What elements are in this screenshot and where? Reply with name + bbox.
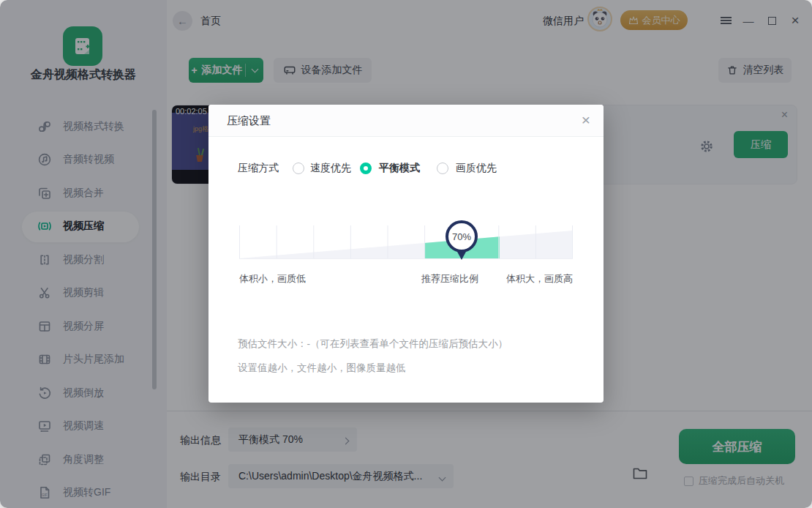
slider-marker[interactable]: 70% (446, 220, 478, 253)
estimate-size-text: 预估文件大小：-（可在列表查看单个文件的压缩后预估大小） (238, 337, 508, 351)
compression-settings-dialog: 压缩设置 × 压缩方式 速度优先 平衡模式 画质优先 70% 体积小，画质低 推… (208, 105, 604, 403)
radio-quality-priority-label[interactable]: 画质优先 (456, 162, 497, 175)
slider-right-label: 体积大，画质高 (506, 272, 573, 285)
dialog-close-icon[interactable]: × (582, 111, 590, 129)
compression-ratio-slider[interactable]: 70% (239, 224, 573, 261)
slider-track (239, 224, 573, 261)
radio-balanced-mode[interactable] (360, 163, 372, 174)
dialog-title: 压缩设置 (227, 105, 271, 137)
dialog-header: 压缩设置 × (208, 105, 604, 137)
slider-center-label: 推荐压缩比例 (406, 272, 494, 285)
app-window: 金舟视频格式转换器 视频格式转换 音频转视频 视频合并 视频压缩 视频分割 (0, 0, 812, 508)
radio-quality-priority[interactable] (437, 163, 448, 174)
slider-value: 70% (452, 231, 471, 242)
hint-text: 设置值越小，文件越小，图像质量越低 (238, 362, 406, 375)
radio-speed-priority-label[interactable]: 速度优先 (310, 162, 351, 175)
compression-mode-row: 压缩方式 速度优先 平衡模式 画质优先 (238, 161, 582, 177)
compression-mode-label: 压缩方式 (238, 162, 279, 175)
radio-balanced-mode-label[interactable]: 平衡模式 (379, 162, 420, 175)
slider-left-label: 体积小，画质低 (239, 272, 306, 285)
radio-speed-priority[interactable] (293, 163, 304, 174)
